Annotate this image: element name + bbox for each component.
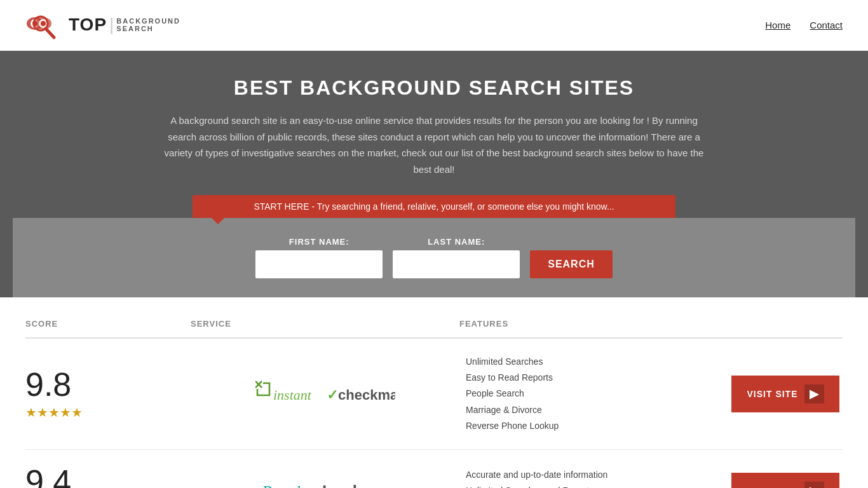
feature-item: Marriage & Divorce — [466, 402, 728, 418]
feature-item: Accurate and up-to-date information — [466, 467, 728, 483]
main-nav: Home Contact — [765, 20, 843, 30]
checkmate-logo-svg: instant ✓ checkmate — [255, 378, 395, 410]
svg-text:People: People — [262, 482, 308, 488]
svg-text:instant: instant — [273, 387, 312, 403]
checkmate-logo: instant ✓ checkmate — [255, 378, 395, 410]
search-banner-text: START HERE - Try searching a friend, rel… — [254, 201, 614, 212]
logo-icon — [25, 10, 64, 41]
svg-text:Looker: Looker — [322, 482, 377, 488]
svg-text:checkmate: checkmate — [338, 387, 395, 403]
hero-description: A background search site is an easy-to-u… — [161, 112, 707, 177]
last-name-input[interactable] — [393, 250, 520, 278]
search-button[interactable]: SEARCH — [530, 250, 613, 278]
table-header: SCORE SERVICE FEATURES — [25, 310, 843, 339]
feature-item: Unlimited Searches and Reports — [466, 483, 728, 488]
last-name-label: LAST NAME: — [393, 237, 520, 247]
col-score: SCORE — [25, 319, 191, 329]
logo-text: TOP | BACKGROUND SEARCH — [69, 15, 180, 35]
svg-line-6 — [46, 29, 54, 37]
service-area-2: People Looker — [191, 474, 459, 488]
features-area-2: Accurate and up-to-date information Unli… — [459, 467, 728, 488]
svg-point-5 — [41, 21, 46, 26]
listing-row: 9.4 ★★★★★ People Looker Accurate and up-… — [25, 450, 843, 488]
visit-area-2: VISIT SITE ▶ — [728, 473, 843, 488]
last-name-group: LAST NAME: — [393, 237, 520, 278]
first-name-group: FIRST NAME: — [255, 237, 383, 278]
score-area-1: 9.8 ★★★★★ — [25, 368, 191, 420]
col-service: SERVICE — [191, 319, 459, 329]
listing-row: 9.8 ★★★★★ instant ✓ — [25, 339, 843, 450]
nav-home[interactable]: Home — [765, 20, 790, 30]
hero-section: BEST BACKGROUND SEARCH SITES A backgroun… — [0, 51, 868, 297]
logo-sub-line1: BACKGROUND — [116, 17, 180, 25]
svg-text:✓: ✓ — [327, 387, 338, 403]
peoplelooker-logo-svg: People Looker — [262, 474, 389, 488]
score-area-2: 9.4 ★★★★★ — [25, 465, 191, 488]
col-action — [728, 319, 843, 329]
logo-top-text: TOP — [69, 15, 107, 35]
features-area-1: Unlimited Searches Easy to Read Reports … — [459, 354, 728, 434]
first-name-label: FIRST NAME: — [255, 237, 383, 247]
score-number-2: 9.4 — [25, 465, 71, 488]
first-name-input[interactable] — [255, 250, 383, 278]
score-number-1: 9.8 — [25, 368, 71, 401]
feature-item: Easy to Read Reports — [466, 370, 728, 386]
visit-area-1: VISIT SITE ▶ — [728, 376, 843, 412]
search-banner: START HERE - Try searching a friend, rel… — [193, 195, 675, 218]
feature-item: People Search — [466, 386, 728, 402]
hero-title: BEST BACKGROUND SEARCH SITES — [13, 76, 855, 100]
listings-table: SCORE SERVICE FEATURES 9.8 ★★★★★ — [0, 310, 868, 488]
nav-contact[interactable]: Contact — [810, 20, 843, 30]
search-form-area: FIRST NAME: LAST NAME: SEARCH — [13, 218, 855, 297]
header: TOP | BACKGROUND SEARCH Home Contact — [0, 0, 868, 51]
visit-site-button-1[interactable]: VISIT SITE ▶ — [731, 376, 839, 412]
visit-site-button-2[interactable]: VISIT SITE ▶ — [731, 473, 839, 488]
feature-item: Reverse Phone Lookup — [466, 418, 728, 434]
logo-sub-line2: SEARCH — [116, 25, 180, 32]
arrow-icon: ▶ — [804, 482, 824, 488]
logo-area: TOP | BACKGROUND SEARCH — [25, 10, 180, 41]
peoplelooker-logo: People Looker — [262, 474, 389, 488]
stars-1: ★★★★★ — [25, 405, 83, 420]
col-features: FEATURES — [459, 319, 728, 329]
service-area-1: instant ✓ checkmate — [191, 378, 459, 410]
arrow-icon: ▶ — [804, 384, 824, 403]
feature-item: Unlimited Searches — [466, 354, 728, 370]
search-form: FIRST NAME: LAST NAME: SEARCH — [25, 237, 843, 278]
